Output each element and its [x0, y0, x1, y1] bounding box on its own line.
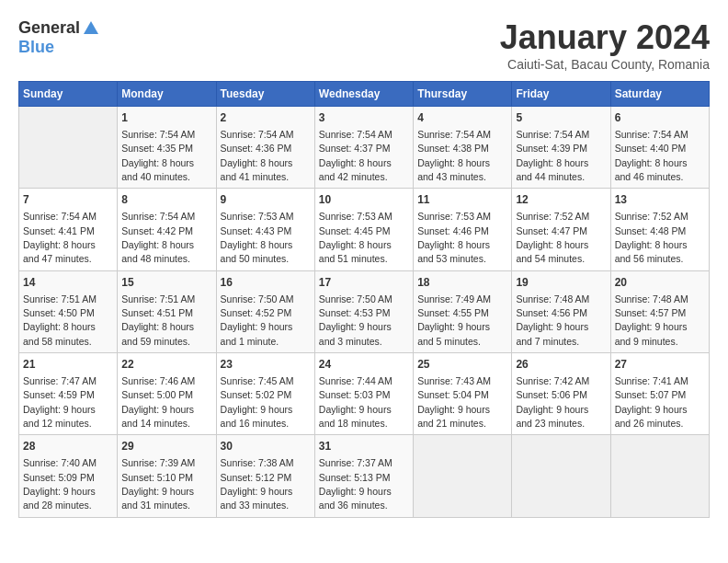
calendar-cell: 12Sunrise: 7:52 AM Sunset: 4:47 PM Dayli… [512, 189, 610, 270]
day-info: Sunrise: 7:40 AM Sunset: 5:09 PM Dayligh… [23, 457, 97, 511]
subtitle: Caiuti-Sat, Bacau County, Romania [500, 57, 710, 72]
logo-general-text: General [18, 18, 80, 38]
calendar-cell: 2Sunrise: 7:54 AM Sunset: 4:36 PM Daylig… [216, 107, 314, 189]
calendar-cell: 7Sunrise: 7:54 AM Sunset: 4:41 PM Daylig… [19, 189, 118, 270]
day-number: 26 [516, 357, 606, 373]
day-number: 25 [417, 357, 507, 373]
day-info: Sunrise: 7:50 AM Sunset: 4:52 PM Dayligh… [221, 293, 294, 347]
day-info: Sunrise: 7:42 AM Sunset: 5:06 PM Dayligh… [516, 375, 589, 429]
day-number: 12 [516, 192, 606, 208]
day-info: Sunrise: 7:37 AM Sunset: 5:13 PM Dayligh… [319, 457, 392, 511]
day-number: 8 [121, 192, 211, 208]
weekday-header: Sunday [19, 82, 118, 107]
calendar-cell: 5Sunrise: 7:54 AM Sunset: 4:39 PM Daylig… [512, 107, 610, 189]
day-info: Sunrise: 7:45 AM Sunset: 5:02 PM Dayligh… [221, 375, 294, 429]
calendar-cell: 29Sunrise: 7:39 AM Sunset: 5:10 PM Dayli… [118, 435, 216, 517]
day-number: 13 [615, 192, 705, 208]
day-number: 6 [615, 110, 705, 126]
day-info: Sunrise: 7:52 AM Sunset: 4:48 PM Dayligh… [615, 211, 688, 264]
day-info: Sunrise: 7:52 AM Sunset: 4:47 PM Dayligh… [516, 211, 589, 264]
calendar-cell: 11Sunrise: 7:53 AM Sunset: 4:46 PM Dayli… [414, 189, 512, 270]
calendar-cell: 8Sunrise: 7:54 AM Sunset: 4:42 PM Daylig… [118, 189, 216, 270]
day-number: 4 [417, 110, 507, 126]
header: General Blue January 2024 Caiuti-Sat, Ba… [18, 18, 710, 72]
day-number: 7 [23, 192, 113, 208]
calendar-cell: 1Sunrise: 7:54 AM Sunset: 4:35 PM Daylig… [118, 107, 216, 189]
day-number: 17 [319, 275, 409, 291]
day-number: 2 [221, 110, 311, 126]
calendar-body: 1Sunrise: 7:54 AM Sunset: 4:35 PM Daylig… [19, 107, 710, 518]
day-info: Sunrise: 7:38 AM Sunset: 5:12 PM Dayligh… [221, 457, 294, 511]
calendar-week-row: 1Sunrise: 7:54 AM Sunset: 4:35 PM Daylig… [19, 107, 710, 189]
day-number: 15 [121, 275, 211, 291]
calendar-table: SundayMondayTuesdayWednesdayThursdayFrid… [18, 81, 710, 518]
day-info: Sunrise: 7:49 AM Sunset: 4:55 PM Dayligh… [417, 293, 491, 347]
logo-blue-text: Blue [18, 38, 54, 57]
calendar-cell: 3Sunrise: 7:54 AM Sunset: 4:37 PM Daylig… [314, 107, 413, 189]
weekday-header: Thursday [414, 82, 512, 107]
day-info: Sunrise: 7:51 AM Sunset: 4:51 PM Dayligh… [121, 293, 195, 347]
day-info: Sunrise: 7:53 AM Sunset: 4:43 PM Dayligh… [221, 211, 294, 264]
calendar-week-row: 28Sunrise: 7:40 AM Sunset: 5:09 PM Dayli… [19, 435, 710, 517]
day-info: Sunrise: 7:41 AM Sunset: 5:07 PM Dayligh… [615, 375, 688, 429]
day-info: Sunrise: 7:46 AM Sunset: 5:00 PM Dayligh… [121, 375, 195, 429]
calendar-week-row: 7Sunrise: 7:54 AM Sunset: 4:41 PM Daylig… [19, 189, 710, 270]
day-number: 11 [417, 192, 507, 208]
day-number: 28 [23, 439, 113, 454]
day-number: 30 [221, 439, 311, 454]
day-number: 16 [221, 275, 311, 291]
logo: General Blue [18, 18, 100, 57]
weekday-header: Friday [512, 82, 610, 107]
day-number: 14 [23, 275, 113, 291]
day-info: Sunrise: 7:39 AM Sunset: 5:10 PM Dayligh… [121, 457, 195, 511]
day-number: 31 [319, 439, 409, 454]
calendar-cell [512, 435, 610, 517]
calendar-cell: 22Sunrise: 7:46 AM Sunset: 5:00 PM Dayli… [118, 353, 216, 435]
title-area: January 2024 Caiuti-Sat, Bacau County, R… [500, 18, 710, 72]
calendar-cell: 9Sunrise: 7:53 AM Sunset: 4:43 PM Daylig… [216, 189, 314, 270]
calendar-cell: 17Sunrise: 7:50 AM Sunset: 4:53 PM Dayli… [314, 270, 413, 352]
calendar-cell: 4Sunrise: 7:54 AM Sunset: 4:38 PM Daylig… [414, 107, 512, 189]
calendar-cell: 27Sunrise: 7:41 AM Sunset: 5:07 PM Dayli… [610, 353, 709, 435]
day-info: Sunrise: 7:54 AM Sunset: 4:41 PM Dayligh… [23, 211, 97, 264]
calendar-cell: 28Sunrise: 7:40 AM Sunset: 5:09 PM Dayli… [19, 435, 118, 517]
day-info: Sunrise: 7:54 AM Sunset: 4:42 PM Dayligh… [121, 211, 195, 264]
weekday-header: Saturday [610, 82, 709, 107]
day-number: 3 [319, 110, 409, 126]
calendar-cell [414, 435, 512, 517]
calendar-cell: 30Sunrise: 7:38 AM Sunset: 5:12 PM Dayli… [216, 435, 314, 517]
calendar-cell: 31Sunrise: 7:37 AM Sunset: 5:13 PM Dayli… [314, 435, 413, 517]
calendar-cell: 21Sunrise: 7:47 AM Sunset: 4:59 PM Dayli… [19, 353, 118, 435]
day-info: Sunrise: 7:44 AM Sunset: 5:03 PM Dayligh… [319, 375, 392, 429]
day-number: 21 [23, 357, 113, 373]
day-info: Sunrise: 7:51 AM Sunset: 4:50 PM Dayligh… [23, 293, 97, 347]
calendar-cell: 10Sunrise: 7:53 AM Sunset: 4:45 PM Dayli… [314, 189, 413, 270]
day-number: 18 [417, 275, 507, 291]
day-number: 22 [121, 357, 211, 373]
day-number: 9 [221, 192, 311, 208]
calendar-cell [19, 107, 118, 189]
calendar-cell: 6Sunrise: 7:54 AM Sunset: 4:40 PM Daylig… [610, 107, 709, 189]
day-info: Sunrise: 7:54 AM Sunset: 4:36 PM Dayligh… [221, 129, 294, 182]
calendar-header: SundayMondayTuesdayWednesdayThursdayFrid… [19, 82, 710, 107]
day-number: 5 [516, 110, 606, 126]
calendar-cell: 24Sunrise: 7:44 AM Sunset: 5:03 PM Dayli… [314, 353, 413, 435]
day-info: Sunrise: 7:54 AM Sunset: 4:38 PM Dayligh… [417, 129, 491, 182]
day-number: 20 [615, 275, 705, 291]
calendar-cell: 15Sunrise: 7:51 AM Sunset: 4:51 PM Dayli… [118, 270, 216, 352]
calendar-cell [610, 435, 709, 517]
day-info: Sunrise: 7:54 AM Sunset: 4:35 PM Dayligh… [121, 129, 195, 182]
calendar-cell: 18Sunrise: 7:49 AM Sunset: 4:55 PM Dayli… [414, 270, 512, 352]
day-info: Sunrise: 7:43 AM Sunset: 5:04 PM Dayligh… [417, 375, 491, 429]
day-number: 29 [121, 439, 211, 454]
svg-marker-0 [84, 21, 98, 34]
calendar-cell: 25Sunrise: 7:43 AM Sunset: 5:04 PM Dayli… [414, 353, 512, 435]
day-number: 24 [319, 357, 409, 373]
day-info: Sunrise: 7:53 AM Sunset: 4:46 PM Dayligh… [417, 211, 491, 264]
calendar-cell: 26Sunrise: 7:42 AM Sunset: 5:06 PM Dayli… [512, 353, 610, 435]
weekday-header: Monday [118, 82, 216, 107]
day-info: Sunrise: 7:54 AM Sunset: 4:39 PM Dayligh… [516, 129, 589, 182]
calendar-week-row: 21Sunrise: 7:47 AM Sunset: 4:59 PM Dayli… [19, 353, 710, 435]
day-info: Sunrise: 7:54 AM Sunset: 4:37 PM Dayligh… [319, 129, 392, 182]
calendar-cell: 20Sunrise: 7:48 AM Sunset: 4:57 PM Dayli… [610, 270, 709, 352]
